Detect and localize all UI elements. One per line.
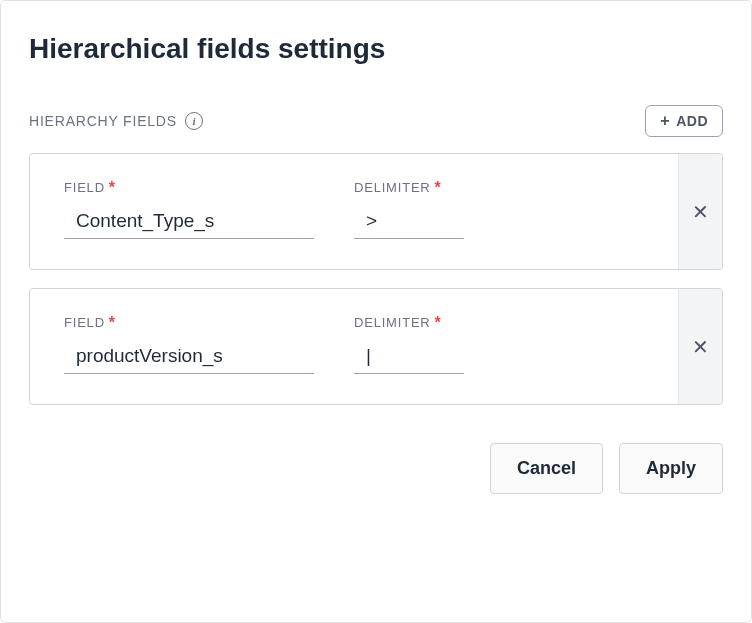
field-card-body: FIELD * DELIMITER *	[30, 289, 678, 404]
section-label: HIERARCHY FIELDS	[29, 113, 177, 129]
cancel-button[interactable]: Cancel	[490, 443, 603, 494]
delimiter-input[interactable]	[354, 206, 464, 239]
section-header: HIERARCHY FIELDS i + ADD	[29, 105, 723, 137]
field-card-body: FIELD * DELIMITER *	[30, 154, 678, 269]
field-group-field: FIELD *	[64, 315, 314, 374]
field-label: FIELD	[64, 315, 105, 330]
field-card: FIELD * DELIMITER * ✕	[29, 153, 723, 270]
hierarchical-fields-modal: Hierarchical fields settings HIERARCHY F…	[0, 0, 752, 623]
required-mark: *	[435, 315, 441, 331]
plus-icon: +	[660, 113, 670, 129]
field-group-field: FIELD *	[64, 180, 314, 239]
delimiter-input[interactable]	[354, 341, 464, 374]
required-mark: *	[109, 180, 115, 196]
field-label-row: DELIMITER *	[354, 315, 464, 331]
close-icon: ✕	[692, 202, 709, 222]
field-card: FIELD * DELIMITER * ✕	[29, 288, 723, 405]
field-label: FIELD	[64, 180, 105, 195]
modal-title: Hierarchical fields settings	[29, 33, 723, 65]
close-icon: ✕	[692, 337, 709, 357]
field-label-row: FIELD *	[64, 315, 314, 331]
delimiter-label: DELIMITER	[354, 180, 431, 195]
modal-footer: Cancel Apply	[29, 443, 723, 494]
field-input[interactable]	[64, 341, 314, 374]
required-mark: *	[435, 180, 441, 196]
delete-row-button[interactable]: ✕	[678, 289, 722, 404]
info-icon[interactable]: i	[185, 112, 203, 130]
delete-row-button[interactable]: ✕	[678, 154, 722, 269]
field-label-row: FIELD *	[64, 180, 314, 196]
add-button-label: ADD	[676, 113, 708, 129]
section-label-wrap: HIERARCHY FIELDS i	[29, 112, 203, 130]
apply-button[interactable]: Apply	[619, 443, 723, 494]
field-group-delimiter: DELIMITER *	[354, 180, 464, 239]
add-button[interactable]: + ADD	[645, 105, 723, 137]
field-group-delimiter: DELIMITER *	[354, 315, 464, 374]
field-label-row: DELIMITER *	[354, 180, 464, 196]
delimiter-label: DELIMITER	[354, 315, 431, 330]
required-mark: *	[109, 315, 115, 331]
field-input[interactable]	[64, 206, 314, 239]
